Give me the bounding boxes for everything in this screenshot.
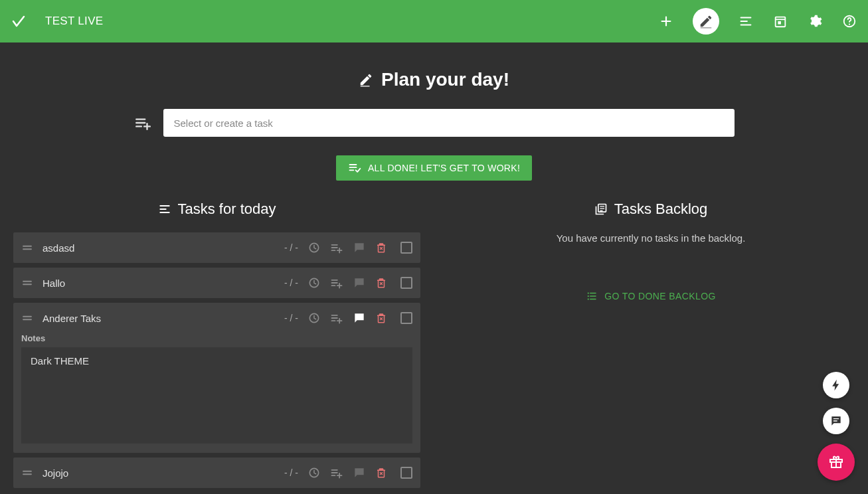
svg-point-4 — [849, 23, 850, 25]
today-heading-text: Tasks for today — [178, 201, 276, 218]
edit-plan-icon[interactable] — [693, 8, 719, 35]
feedback-fab[interactable] — [823, 408, 849, 434]
app-title: TEST LIVE — [45, 15, 103, 28]
clock-icon[interactable] — [307, 311, 321, 325]
main-content: Plan your day! ALL DONE! LET'S GET TO WO… — [0, 42, 868, 494]
list-bullets-icon — [586, 290, 598, 302]
done-button[interactable]: ALL DONE! LET'S GET TO WORK! — [336, 155, 532, 181]
task-time: - / - — [284, 467, 298, 478]
settings-icon[interactable] — [807, 13, 823, 29]
notes-icon[interactable] — [353, 466, 366, 479]
backlog-column: Tasks Backlog You have currently no task… — [447, 201, 855, 488]
notes-icon[interactable] — [353, 241, 366, 254]
playlist-add-icon[interactable] — [330, 466, 343, 479]
page-heading: Plan your day! — [13, 69, 855, 90]
svg-rect-0 — [701, 27, 712, 28]
playlist-add-icon[interactable] — [330, 241, 343, 254]
app-header: TEST LIVE — [0, 0, 868, 42]
add-task-row — [13, 109, 855, 137]
go-to-done-backlog-link[interactable]: GO TO DONE BACKLOG — [586, 290, 716, 302]
calendar-icon[interactable] — [772, 13, 788, 29]
gift-fab[interactable] — [818, 444, 855, 481]
help-icon[interactable] — [841, 13, 857, 29]
task-checkbox[interactable] — [400, 312, 412, 324]
svg-rect-2 — [778, 21, 781, 25]
done-button-label: ALL DONE! LET'S GET TO WORK! — [368, 163, 520, 173]
drag-handle-icon[interactable] — [21, 242, 33, 254]
svg-point-12 — [588, 295, 589, 297]
quick-action-fab[interactable] — [823, 372, 849, 398]
task-item: asdasd - / - — [13, 232, 420, 263]
drag-handle-icon[interactable] — [21, 467, 33, 479]
task-checkbox[interactable] — [400, 467, 412, 479]
delete-icon[interactable] — [375, 312, 387, 324]
task-row[interactable]: Hallo - / - — [13, 268, 420, 298]
task-title: Jojojo — [43, 467, 284, 479]
notes-textarea[interactable]: Dark THEME — [21, 347, 412, 444]
task-checkbox[interactable] — [400, 277, 412, 289]
task-title: Hallo — [43, 278, 284, 289]
go-link-text: GO TO DONE BACKLOG — [604, 291, 716, 301]
notes-label: Notes — [21, 333, 412, 343]
svg-point-13 — [588, 298, 589, 299]
header-actions — [658, 8, 857, 35]
clock-icon[interactable] — [307, 276, 321, 289]
task-row[interactable]: Anderer Taks - / - — [13, 303, 420, 333]
backlog-heading-text: Tasks Backlog — [614, 201, 708, 218]
task-item: Hallo - / - — [13, 268, 420, 298]
task-title: asdasd — [43, 242, 284, 254]
library-icon — [594, 203, 608, 216]
delete-icon[interactable] — [375, 277, 387, 289]
task-title: Anderer Taks — [43, 313, 284, 324]
task-item: Jojojo - / - — [13, 457, 420, 488]
app-logo-icon — [11, 13, 27, 29]
drag-handle-icon[interactable] — [21, 277, 33, 289]
task-list: asdasd - / - — [13, 232, 420, 488]
playlist-add-icon[interactable] — [330, 276, 343, 289]
playlist-check-icon — [348, 161, 361, 175]
task-notes-block: Notes Dark THEME — [13, 333, 420, 453]
task-item: Anderer Taks - / - Notes Dark THEME — [13, 303, 420, 453]
notes-icon[interactable] — [353, 276, 366, 289]
playlist-add-icon[interactable] — [134, 114, 151, 131]
task-time: - / - — [284, 278, 298, 288]
backlog-empty-text: You have currently no tasks in the backl… — [447, 232, 855, 244]
clock-icon[interactable] — [307, 466, 321, 479]
drag-handle-icon[interactable] — [21, 312, 33, 324]
svg-point-11 — [588, 292, 589, 293]
delete-icon[interactable] — [375, 467, 387, 479]
task-time: - / - — [284, 313, 298, 323]
today-column: Tasks for today asdasd - / - — [13, 201, 420, 488]
add-task-input[interactable] — [163, 109, 735, 137]
notes-icon[interactable] — [353, 311, 366, 325]
list-icon[interactable] — [738, 13, 754, 29]
list-icon — [158, 203, 171, 216]
clock-icon[interactable] — [307, 241, 321, 254]
backlog-heading: Tasks Backlog — [447, 201, 855, 218]
task-time: - / - — [284, 242, 298, 253]
playlist-add-icon[interactable] — [330, 311, 343, 325]
task-row[interactable]: Jojojo - / - — [13, 457, 420, 488]
fab-stack — [818, 372, 855, 481]
task-row[interactable]: asdasd - / - — [13, 232, 420, 263]
svg-rect-5 — [361, 86, 370, 86]
today-heading: Tasks for today — [13, 201, 420, 218]
edit-icon — [359, 72, 373, 87]
delete-icon[interactable] — [375, 242, 387, 254]
page-heading-text: Plan your day! — [381, 69, 509, 90]
add-icon[interactable] — [658, 13, 674, 29]
task-checkbox[interactable] — [400, 242, 412, 254]
